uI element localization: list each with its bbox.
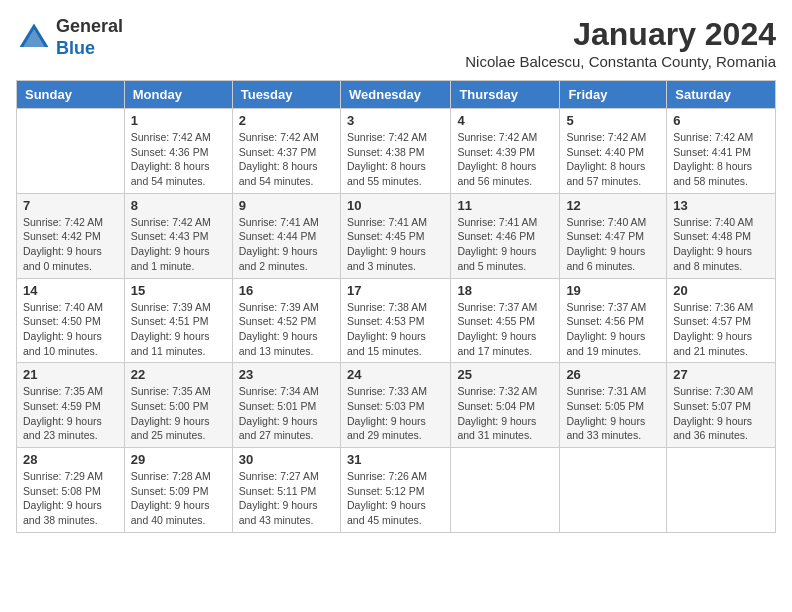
day-info: Sunrise: 7:28 AM Sunset: 5:09 PM Dayligh… — [131, 469, 226, 528]
day-number: 1 — [131, 113, 226, 128]
calendar-cell: 25Sunrise: 7:32 AM Sunset: 5:04 PM Dayli… — [451, 363, 560, 448]
weekday-header-row: Sunday Monday Tuesday Wednesday Thursday… — [17, 81, 776, 109]
day-info: Sunrise: 7:29 AM Sunset: 5:08 PM Dayligh… — [23, 469, 118, 528]
day-info: Sunrise: 7:34 AM Sunset: 5:01 PM Dayligh… — [239, 384, 334, 443]
logo-icon — [16, 20, 52, 56]
day-info: Sunrise: 7:39 AM Sunset: 4:51 PM Dayligh… — [131, 300, 226, 359]
day-info: Sunrise: 7:38 AM Sunset: 4:53 PM Dayligh… — [347, 300, 444, 359]
day-info: Sunrise: 7:37 AM Sunset: 4:55 PM Dayligh… — [457, 300, 553, 359]
day-number: 5 — [566, 113, 660, 128]
header-tuesday: Tuesday — [232, 81, 340, 109]
calendar-week-row: 28Sunrise: 7:29 AM Sunset: 5:08 PM Dayli… — [17, 448, 776, 533]
day-number: 27 — [673, 367, 769, 382]
day-info: Sunrise: 7:41 AM Sunset: 4:46 PM Dayligh… — [457, 215, 553, 274]
calendar-cell: 6Sunrise: 7:42 AM Sunset: 4:41 PM Daylig… — [667, 109, 776, 194]
header-friday: Friday — [560, 81, 667, 109]
calendar-week-row: 14Sunrise: 7:40 AM Sunset: 4:50 PM Dayli… — [17, 278, 776, 363]
day-info: Sunrise: 7:42 AM Sunset: 4:42 PM Dayligh… — [23, 215, 118, 274]
day-info: Sunrise: 7:42 AM Sunset: 4:43 PM Dayligh… — [131, 215, 226, 274]
calendar-cell — [451, 448, 560, 533]
day-number: 25 — [457, 367, 553, 382]
calendar-cell: 10Sunrise: 7:41 AM Sunset: 4:45 PM Dayli… — [340, 193, 450, 278]
logo-general: General — [56, 16, 123, 38]
calendar-cell: 18Sunrise: 7:37 AM Sunset: 4:55 PM Dayli… — [451, 278, 560, 363]
calendar-table: Sunday Monday Tuesday Wednesday Thursday… — [16, 80, 776, 533]
day-number: 11 — [457, 198, 553, 213]
day-info: Sunrise: 7:42 AM Sunset: 4:40 PM Dayligh… — [566, 130, 660, 189]
calendar-cell: 8Sunrise: 7:42 AM Sunset: 4:43 PM Daylig… — [124, 193, 232, 278]
day-number: 15 — [131, 283, 226, 298]
calendar-cell: 13Sunrise: 7:40 AM Sunset: 4:48 PM Dayli… — [667, 193, 776, 278]
calendar-cell: 7Sunrise: 7:42 AM Sunset: 4:42 PM Daylig… — [17, 193, 125, 278]
day-info: Sunrise: 7:27 AM Sunset: 5:11 PM Dayligh… — [239, 469, 334, 528]
logo: General Blue — [16, 16, 123, 59]
day-number: 28 — [23, 452, 118, 467]
day-info: Sunrise: 7:40 AM Sunset: 4:50 PM Dayligh… — [23, 300, 118, 359]
calendar-cell: 23Sunrise: 7:34 AM Sunset: 5:01 PM Dayli… — [232, 363, 340, 448]
header-sunday: Sunday — [17, 81, 125, 109]
title-block: January 2024 Nicolae Balcescu, Constanta… — [465, 16, 776, 70]
day-info: Sunrise: 7:37 AM Sunset: 4:56 PM Dayligh… — [566, 300, 660, 359]
logo-blue: Blue — [56, 38, 123, 60]
calendar-cell: 16Sunrise: 7:39 AM Sunset: 4:52 PM Dayli… — [232, 278, 340, 363]
day-info: Sunrise: 7:42 AM Sunset: 4:37 PM Dayligh… — [239, 130, 334, 189]
day-number: 2 — [239, 113, 334, 128]
day-number: 17 — [347, 283, 444, 298]
calendar-cell: 1Sunrise: 7:42 AM Sunset: 4:36 PM Daylig… — [124, 109, 232, 194]
day-info: Sunrise: 7:41 AM Sunset: 4:44 PM Dayligh… — [239, 215, 334, 274]
day-number: 22 — [131, 367, 226, 382]
header-thursday: Thursday — [451, 81, 560, 109]
day-info: Sunrise: 7:40 AM Sunset: 4:48 PM Dayligh… — [673, 215, 769, 274]
calendar-cell: 3Sunrise: 7:42 AM Sunset: 4:38 PM Daylig… — [340, 109, 450, 194]
day-number: 24 — [347, 367, 444, 382]
calendar-week-row: 7Sunrise: 7:42 AM Sunset: 4:42 PM Daylig… — [17, 193, 776, 278]
calendar-cell — [17, 109, 125, 194]
calendar-cell: 4Sunrise: 7:42 AM Sunset: 4:39 PM Daylig… — [451, 109, 560, 194]
day-info: Sunrise: 7:35 AM Sunset: 4:59 PM Dayligh… — [23, 384, 118, 443]
header-wednesday: Wednesday — [340, 81, 450, 109]
day-number: 9 — [239, 198, 334, 213]
day-number: 7 — [23, 198, 118, 213]
calendar-week-row: 1Sunrise: 7:42 AM Sunset: 4:36 PM Daylig… — [17, 109, 776, 194]
calendar-cell: 24Sunrise: 7:33 AM Sunset: 5:03 PM Dayli… — [340, 363, 450, 448]
calendar-cell: 30Sunrise: 7:27 AM Sunset: 5:11 PM Dayli… — [232, 448, 340, 533]
calendar-cell: 14Sunrise: 7:40 AM Sunset: 4:50 PM Dayli… — [17, 278, 125, 363]
calendar-cell: 21Sunrise: 7:35 AM Sunset: 4:59 PM Dayli… — [17, 363, 125, 448]
calendar-cell: 20Sunrise: 7:36 AM Sunset: 4:57 PM Dayli… — [667, 278, 776, 363]
calendar-cell — [667, 448, 776, 533]
day-info: Sunrise: 7:33 AM Sunset: 5:03 PM Dayligh… — [347, 384, 444, 443]
calendar-cell: 2Sunrise: 7:42 AM Sunset: 4:37 PM Daylig… — [232, 109, 340, 194]
calendar-cell: 19Sunrise: 7:37 AM Sunset: 4:56 PM Dayli… — [560, 278, 667, 363]
location-title: Nicolae Balcescu, Constanta County, Roma… — [465, 53, 776, 70]
day-number: 20 — [673, 283, 769, 298]
day-number: 26 — [566, 367, 660, 382]
calendar-cell: 17Sunrise: 7:38 AM Sunset: 4:53 PM Dayli… — [340, 278, 450, 363]
calendar-cell: 22Sunrise: 7:35 AM Sunset: 5:00 PM Dayli… — [124, 363, 232, 448]
day-info: Sunrise: 7:32 AM Sunset: 5:04 PM Dayligh… — [457, 384, 553, 443]
day-number: 8 — [131, 198, 226, 213]
calendar-cell: 26Sunrise: 7:31 AM Sunset: 5:05 PM Dayli… — [560, 363, 667, 448]
calendar-cell: 28Sunrise: 7:29 AM Sunset: 5:08 PM Dayli… — [17, 448, 125, 533]
day-info: Sunrise: 7:42 AM Sunset: 4:39 PM Dayligh… — [457, 130, 553, 189]
day-number: 31 — [347, 452, 444, 467]
day-number: 12 — [566, 198, 660, 213]
day-number: 30 — [239, 452, 334, 467]
day-number: 21 — [23, 367, 118, 382]
calendar-cell: 31Sunrise: 7:26 AM Sunset: 5:12 PM Dayli… — [340, 448, 450, 533]
day-number: 3 — [347, 113, 444, 128]
header-saturday: Saturday — [667, 81, 776, 109]
day-info: Sunrise: 7:42 AM Sunset: 4:38 PM Dayligh… — [347, 130, 444, 189]
day-info: Sunrise: 7:39 AM Sunset: 4:52 PM Dayligh… — [239, 300, 334, 359]
calendar-cell — [560, 448, 667, 533]
day-info: Sunrise: 7:40 AM Sunset: 4:47 PM Dayligh… — [566, 215, 660, 274]
calendar-cell: 12Sunrise: 7:40 AM Sunset: 4:47 PM Dayli… — [560, 193, 667, 278]
day-number: 4 — [457, 113, 553, 128]
day-info: Sunrise: 7:42 AM Sunset: 4:36 PM Dayligh… — [131, 130, 226, 189]
logo-text: General Blue — [56, 16, 123, 59]
calendar-cell: 9Sunrise: 7:41 AM Sunset: 4:44 PM Daylig… — [232, 193, 340, 278]
day-number: 16 — [239, 283, 334, 298]
day-info: Sunrise: 7:41 AM Sunset: 4:45 PM Dayligh… — [347, 215, 444, 274]
calendar-week-row: 21Sunrise: 7:35 AM Sunset: 4:59 PM Dayli… — [17, 363, 776, 448]
day-number: 29 — [131, 452, 226, 467]
day-number: 6 — [673, 113, 769, 128]
